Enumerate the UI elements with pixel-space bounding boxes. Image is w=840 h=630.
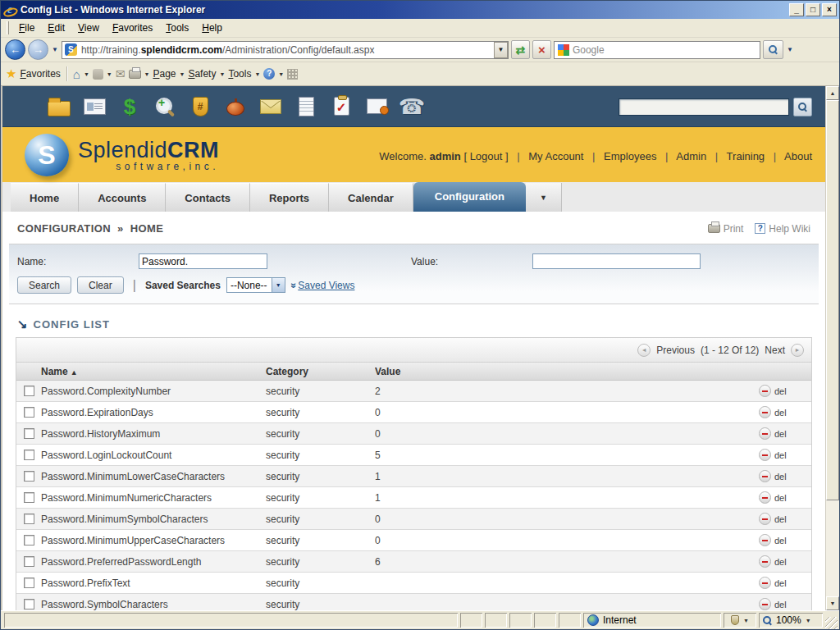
delete-link[interactable]: del bbox=[774, 578, 787, 588]
menu-help[interactable]: Help bbox=[195, 20, 229, 36]
shield-icon[interactable]: # bbox=[188, 94, 212, 119]
feed-icon[interactable] bbox=[93, 69, 103, 80]
previous-page-icon[interactable]: ◄ bbox=[637, 344, 651, 357]
row-checkbox[interactable] bbox=[24, 599, 34, 609]
row-checkbox[interactable] bbox=[24, 428, 34, 439]
delete-link[interactable]: del bbox=[774, 514, 787, 524]
logout-link[interactable]: [ Logout ] bbox=[463, 150, 508, 162]
tab-contacts[interactable]: Contacts bbox=[166, 183, 250, 212]
delete-link[interactable]: del bbox=[774, 493, 787, 503]
my-account-link[interactable]: My Account bbox=[528, 150, 583, 162]
campaigns-icon[interactable] bbox=[364, 94, 389, 119]
delete-link[interactable]: del bbox=[774, 536, 787, 546]
protected-mode-pane[interactable]: ▼ bbox=[724, 613, 756, 628]
delete-link[interactable]: del bbox=[774, 408, 787, 418]
row-checkbox[interactable] bbox=[24, 471, 34, 482]
quick-tabs-icon[interactable] bbox=[287, 69, 298, 80]
scrollbar-thumb[interactable] bbox=[826, 100, 839, 500]
row-checkbox[interactable] bbox=[24, 535, 34, 546]
vertical-scrollbar[interactable]: ▲ ▼ bbox=[825, 86, 839, 610]
saved-searches-select[interactable]: --None-- ▼ bbox=[226, 277, 285, 293]
favorites-button[interactable]: Favorites bbox=[20, 68, 60, 80]
print-link[interactable]: Print bbox=[708, 223, 744, 235]
delete-icon[interactable] bbox=[759, 406, 771, 418]
row-checkbox[interactable] bbox=[24, 450, 34, 460]
breadcrumb-module[interactable]: CONFIGURATION bbox=[17, 222, 111, 235]
home-dropdown[interactable]: ▼ bbox=[84, 71, 89, 77]
back-button[interactable]: ← bbox=[5, 39, 25, 60]
row-checkbox[interactable] bbox=[24, 556, 34, 567]
address-field[interactable]: S http://training.splendidcrm.com/Admini… bbox=[62, 41, 509, 59]
nav-history-dropdown[interactable]: ▼ bbox=[51, 46, 59, 53]
site-search-input[interactable] bbox=[619, 98, 789, 116]
tab-accounts[interactable]: Accounts bbox=[79, 183, 166, 212]
bug-tracker-icon[interactable] bbox=[223, 94, 248, 119]
row-checkbox[interactable] bbox=[24, 386, 34, 396]
tab-configuration[interactable]: Configuration bbox=[413, 182, 526, 212]
print-dropdown[interactable]: ▼ bbox=[144, 71, 150, 77]
delete-link[interactable]: del bbox=[774, 450, 787, 460]
menu-view[interactable]: View bbox=[71, 20, 106, 36]
tasks-clipboard-icon[interactable]: ✓ bbox=[329, 94, 354, 119]
page-menu[interactable]: Page bbox=[153, 68, 176, 80]
menu-tools[interactable]: Tools bbox=[159, 20, 195, 36]
home-icon[interactable]: ⌂ bbox=[73, 67, 80, 81]
page-dropdown[interactable]: ▼ bbox=[179, 71, 185, 77]
refresh-button[interactable]: ⇄ bbox=[511, 40, 530, 59]
delete-icon[interactable] bbox=[759, 491, 771, 504]
help-dropdown[interactable]: ▼ bbox=[278, 71, 284, 77]
zoom-control[interactable]: 100% ▼ bbox=[759, 613, 823, 628]
close-button[interactable]: × bbox=[822, 3, 837, 16]
opportunities-icon[interactable]: $ bbox=[117, 94, 142, 119]
delete-link[interactable]: del bbox=[774, 557, 787, 567]
about-link[interactable]: About bbox=[784, 150, 812, 162]
scroll-up-icon[interactable]: ▲ bbox=[826, 86, 839, 100]
menu-favorites[interactable]: Favorites bbox=[106, 20, 159, 36]
delete-icon[interactable] bbox=[759, 470, 771, 482]
help-wiki-label[interactable]: Help Wiki bbox=[769, 223, 810, 235]
read-mail-icon[interactable]: ✉ bbox=[116, 67, 126, 80]
menu-edit[interactable]: Edit bbox=[41, 20, 71, 36]
forward-button[interactable]: → bbox=[28, 39, 48, 60]
value-input[interactable] bbox=[532, 253, 701, 269]
delete-link[interactable]: del bbox=[774, 386, 787, 396]
row-checkbox[interactable] bbox=[24, 492, 34, 503]
scroll-down-icon[interactable]: ▼ bbox=[826, 596, 839, 610]
maximize-button[interactable]: □ bbox=[806, 3, 820, 16]
next-link[interactable]: Next bbox=[765, 345, 785, 356]
delete-icon[interactable] bbox=[759, 449, 771, 461]
address-dropdown[interactable]: ▼ bbox=[494, 42, 508, 58]
search-zoom-icon[interactable]: + bbox=[153, 94, 177, 119]
web-search-box[interactable] bbox=[554, 41, 760, 59]
menu-file[interactable]: File bbox=[12, 20, 41, 36]
minimize-button[interactable]: _ bbox=[789, 3, 804, 16]
column-value[interactable]: Value bbox=[375, 366, 759, 377]
admin-link[interactable]: Admin bbox=[676, 150, 706, 162]
help-wiki-link[interactable]: ?Help Wiki bbox=[755, 223, 810, 235]
search-provider-dropdown[interactable]: ▼ bbox=[786, 46, 794, 53]
previous-link[interactable]: Previous bbox=[656, 345, 695, 356]
column-category[interactable]: Category bbox=[266, 366, 375, 377]
column-name[interactable]: Name▲ bbox=[41, 366, 266, 377]
tools-menu[interactable]: Tools bbox=[228, 68, 251, 80]
favorites-star-icon[interactable]: ★ bbox=[6, 66, 16, 81]
site-search-button[interactable] bbox=[793, 98, 812, 116]
clear-button[interactable]: Clear bbox=[77, 276, 124, 294]
delete-icon[interactable] bbox=[759, 577, 771, 589]
chevron-down-icon[interactable]: ▼ bbox=[272, 278, 285, 292]
saved-views-label[interactable]: Saved Views bbox=[298, 280, 354, 291]
resize-grip[interactable] bbox=[825, 617, 838, 629]
delete-link[interactable]: del bbox=[774, 472, 787, 482]
accounts-folder-icon[interactable] bbox=[47, 94, 71, 119]
contacts-card-icon[interactable] bbox=[82, 94, 107, 119]
search-button[interactable]: Search bbox=[17, 276, 71, 294]
tab-calendar[interactable]: Calendar bbox=[329, 183, 413, 212]
more-tabs-dropdown[interactable]: ▼ bbox=[526, 183, 562, 212]
delete-link[interactable]: del bbox=[774, 429, 787, 439]
calls-phone-icon[interactable]: ☎ bbox=[399, 94, 424, 119]
name-input[interactable] bbox=[139, 253, 267, 269]
safety-menu[interactable]: Safety bbox=[188, 68, 216, 80]
row-checkbox[interactable] bbox=[24, 407, 34, 418]
print-icon[interactable] bbox=[129, 70, 141, 79]
row-checkbox[interactable] bbox=[24, 514, 34, 524]
